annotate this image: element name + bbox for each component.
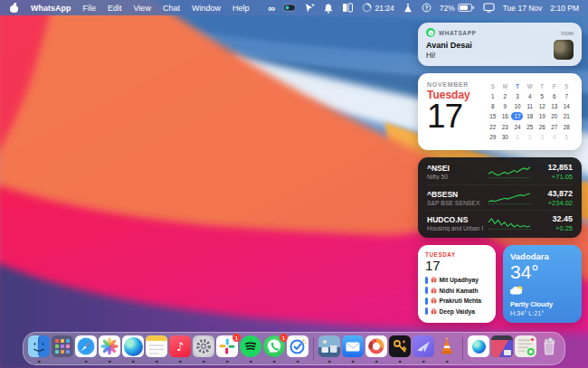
calendar-cell[interactable]: 21 bbox=[560, 111, 573, 121]
calendar-cell[interactable]: 29 bbox=[487, 132, 499, 142]
reminders-widget[interactable]: TUESDAY 17 Mit UpadhyayNidhi KamathPrakr… bbox=[418, 245, 496, 323]
menu-item-window[interactable]: Window bbox=[192, 4, 221, 13]
menu-bar-time[interactable]: 2:10 PM bbox=[550, 4, 579, 13]
menu-bar-date[interactable]: Tue 17 Nov bbox=[503, 4, 543, 13]
calendar-cell[interactable]: 9 bbox=[499, 101, 512, 111]
reminder-item[interactable]: Prakruti Mehta bbox=[425, 297, 488, 305]
calendar-cell[interactable]: 7 bbox=[560, 91, 573, 101]
menu-item-view[interactable]: View bbox=[134, 4, 151, 13]
calendar-cell[interactable]: 4 bbox=[524, 91, 536, 101]
dock-item-donut[interactable] bbox=[365, 334, 387, 363]
calendar-cell[interactable]: 18 bbox=[524, 111, 536, 121]
stocks-widget[interactable]: ^NSEINifty 5012,851+71.05^BSESNS&P BSE S… bbox=[418, 157, 582, 238]
menu-item-help[interactable]: Help bbox=[232, 4, 250, 13]
calendar-cell[interactable]: 3 bbox=[511, 91, 524, 101]
calendar-cell[interactable]: 10 bbox=[511, 101, 524, 111]
calendar-cell[interactable]: 16 bbox=[499, 111, 512, 121]
dock-item-settings[interactable] bbox=[193, 334, 214, 363]
dock-item-slack[interactable]: 1 bbox=[216, 334, 238, 363]
menu-item-edit[interactable]: Edit bbox=[108, 4, 122, 13]
running-indicator-dot bbox=[156, 361, 158, 363]
dock-item-edge-doc[interactable] bbox=[468, 334, 489, 363]
cone-icon[interactable] bbox=[403, 3, 413, 14]
battery-indicator[interactable]: 72% bbox=[440, 4, 475, 13]
calendar-cell[interactable]: 5 bbox=[560, 132, 573, 142]
dock-item-vlc[interactable] bbox=[436, 334, 458, 363]
cursor-sparkle-icon[interactable] bbox=[304, 3, 315, 14]
event-color-bar bbox=[425, 287, 428, 294]
calendar-cell[interactable]: 8 bbox=[487, 101, 499, 111]
running-indicator-dot bbox=[352, 361, 355, 363]
calendar-cell[interactable]: 3 bbox=[536, 132, 548, 142]
running-indicator-dot bbox=[109, 361, 111, 363]
calendar-cell[interactable]: 30 bbox=[499, 132, 512, 142]
calendar-cell[interactable]: 25 bbox=[524, 121, 536, 131]
dock-item-spotify[interactable] bbox=[240, 334, 261, 363]
dock-item-min-window-1[interactable] bbox=[491, 334, 513, 363]
dock-item-whatsapp[interactable]: 1 bbox=[263, 334, 285, 363]
calendar-cell[interactable]: 22 bbox=[487, 121, 499, 131]
dock-item-trash[interactable] bbox=[538, 334, 560, 363]
dock-item-min-window-whatsapp[interactable] bbox=[515, 334, 536, 363]
stock-row-bsesn[interactable]: ^BSESNS&P BSE SENSEX43,872+234.02 bbox=[427, 185, 573, 212]
desktop: WhatsApp FileEditViewChatWindowHelp ∞ 21… bbox=[0, 0, 588, 368]
apple-menu-icon[interactable] bbox=[9, 3, 19, 14]
calendar-cell[interactable]: 23 bbox=[499, 121, 512, 131]
dock-item-music[interactable]: ♪ bbox=[169, 334, 191, 363]
calendar-cell[interactable]: 19 bbox=[536, 111, 548, 121]
running-indicator-dot bbox=[85, 361, 88, 363]
calendar-cell[interactable]: 1 bbox=[511, 132, 524, 142]
dock-item-photos[interactable] bbox=[99, 334, 120, 363]
menu-app-name[interactable]: WhatsApp bbox=[31, 4, 71, 13]
stock-row-nsei[interactable]: ^NSEINifty 5012,851+71.05 bbox=[427, 159, 573, 185]
calendar-cell[interactable]: 28 bbox=[560, 121, 573, 131]
calendar-cell[interactable]: 14 bbox=[560, 101, 573, 111]
whatsapp-notification[interactable]: WHATSAPP now Avani Desai Hi! bbox=[418, 23, 582, 66]
reminder-item[interactable]: Mit Upadhyay bbox=[425, 277, 488, 284]
calendar-cell[interactable]: 17 bbox=[511, 111, 524, 121]
calendar-cell[interactable]: 1 bbox=[487, 91, 499, 101]
dock-item-notes[interactable] bbox=[146, 334, 167, 363]
window-tiles-icon[interactable] bbox=[342, 3, 354, 13]
pill-icon[interactable] bbox=[283, 4, 296, 12]
calendar-cell[interactable]: 26 bbox=[536, 121, 548, 131]
calendar-cell[interactable]: 4 bbox=[548, 132, 561, 142]
timer-ring-icon[interactable]: 21:24 bbox=[362, 3, 394, 13]
calendar-widget[interactable]: NOVEMBER Tuesday 17 SMTWTFS 123456789101… bbox=[418, 73, 582, 150]
stock-row-hudcons[interactable]: HUDCO.NSHousing and Urban Develop…32.45+… bbox=[427, 211, 573, 236]
calendar-cell[interactable]: 2 bbox=[524, 132, 536, 142]
calendar-cell[interactable]: 15 bbox=[487, 111, 499, 121]
calendar-cell[interactable]: 11 bbox=[524, 101, 536, 111]
calendar-cell[interactable]: 6 bbox=[548, 91, 561, 101]
calendar-cell[interactable]: 24 bbox=[511, 121, 524, 131]
calendar-cell[interactable]: 13 bbox=[548, 101, 561, 111]
dock-item-edge[interactable] bbox=[122, 334, 144, 363]
dock-item-preview-thumb[interactable] bbox=[318, 334, 340, 363]
calendar-cell[interactable]: 2 bbox=[499, 91, 512, 101]
calendar-cell[interactable]: 20 bbox=[548, 111, 561, 121]
calendar-cell[interactable]: 27 bbox=[548, 121, 561, 131]
calendar-cell[interactable]: 12 bbox=[536, 101, 548, 111]
app-menus: WhatsApp FileEditViewChatWindowHelp bbox=[9, 3, 249, 14]
calendar-month-grid: SMTWTFS 12345678910111213141516171819202… bbox=[487, 81, 573, 142]
battery-icon bbox=[458, 4, 475, 12]
infinity-icon[interactable]: ∞ bbox=[269, 4, 276, 13]
display-icon[interactable] bbox=[483, 3, 495, 13]
gift-icon bbox=[431, 308, 437, 315]
calendar-cell[interactable]: 5 bbox=[536, 91, 548, 101]
bell-icon[interactable] bbox=[323, 3, 334, 14]
dock-item-mail[interactable] bbox=[342, 334, 364, 363]
reminder-item[interactable]: Deep Vaidya bbox=[425, 307, 488, 315]
dock-item-launchpad[interactable] bbox=[52, 334, 73, 363]
weather-widget[interactable]: Vadodara 34° Partly Cloudy H:34° L:21° bbox=[503, 245, 582, 323]
calendar-day-header: F bbox=[548, 81, 561, 91]
menu-item-chat[interactable]: Chat bbox=[163, 4, 180, 13]
dock-item-keys[interactable] bbox=[389, 334, 411, 363]
dock-item-safari[interactable] bbox=[75, 334, 97, 363]
dock-item-origami[interactable] bbox=[413, 334, 434, 363]
dock-item-finder[interactable] bbox=[28, 334, 50, 363]
help-icon[interactable]: ? bbox=[422, 3, 432, 13]
menu-item-file[interactable]: File bbox=[83, 4, 97, 13]
dock-item-ticktick[interactable] bbox=[287, 334, 308, 363]
reminder-item[interactable]: Nidhi Kamath bbox=[425, 287, 488, 294]
